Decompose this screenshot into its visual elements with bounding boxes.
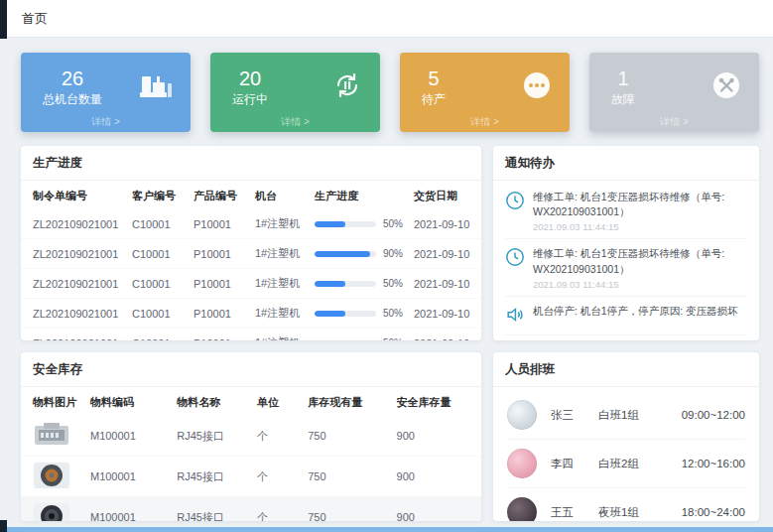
fault-icon	[711, 70, 741, 104]
inventory-row: M100001 RJ45接口 个 750 900	[21, 416, 481, 457]
material-current-stock: 750	[304, 457, 392, 497]
running-icon	[332, 70, 362, 104]
tab-home[interactable]: 首页	[22, 10, 48, 28]
inventory-row: M100001 RJ45接口 个 750 900	[21, 457, 481, 497]
order-no: ZL202109021001	[21, 299, 128, 329]
avatar	[507, 400, 537, 430]
schedule-row: 张三 白班1组 09:00~12:00	[507, 391, 745, 440]
material-current-stock: 750	[304, 497, 392, 522]
progress-percent: 50%	[383, 278, 403, 289]
col-safety-stock: 安全库存量	[393, 387, 481, 416]
person-name: 张三	[551, 408, 584, 423]
col-unit: 单位	[253, 387, 304, 416]
order-no: ZL202109021001	[21, 209, 128, 239]
col-progress: 生产进度	[311, 181, 410, 209]
total-machines-detail-link[interactable]: 详情 >	[21, 115, 191, 129]
card-running-text: 20 运行中	[232, 67, 268, 108]
inventory-table: 物料图片 物料编码 物料名称 单位 库存现有量 安全库存量	[21, 387, 481, 521]
person-time-range: 12:00~16:00	[682, 458, 745, 469]
material-image-speaker	[33, 520, 70, 521]
progress-percent: 50%	[383, 308, 403, 319]
customer-no: C10001	[128, 239, 190, 269]
inventory-header-row: 物料图片 物料编码 物料名称 单位 库存现有量 安全库存量	[21, 387, 481, 416]
progress-percent: 90%	[383, 248, 403, 259]
person-shift: 白班1组	[598, 408, 662, 423]
machine: 1#注塑机	[251, 209, 311, 239]
safety-stock-panel-title: 安全库存	[21, 352, 481, 387]
order-no: ZL202109021001	[21, 269, 128, 299]
production-header-row: 制令单编号 客户编号 产品编号 机台 生产进度 交货日期	[21, 181, 481, 209]
machine: 1#注塑机	[251, 299, 311, 329]
notification-body: 维修工单: 机台1变压器损坏待维修（单号: WX202109031001） 20…	[533, 190, 747, 232]
order-no: ZL202109021001	[21, 329, 128, 341]
col-delivery-date: 交货日期	[410, 181, 481, 209]
dashboard-app: 首页 26 总机台数量	[0, 0, 773, 532]
notification-item[interactable]: 计划暂停: 机台1生产计划已暂停 2021.09.03 11:44:15	[505, 335, 747, 340]
panel-notifications: 通知待办 维修工单: 机台1变压器损坏待维修（单号: WX20210903100…	[493, 146, 759, 340]
panels-grid: 生产进度 制令单编号 客户编号 产品编号 机台 生产进度 交货日期	[21, 146, 759, 521]
card-total-machines: 26 总机台数量 详情 >	[21, 53, 191, 132]
person-time-range: 18:00~24:00	[682, 506, 745, 518]
production-row: ZL202109021001 C10001 P10001 1#注塑机 90% 2…	[21, 239, 481, 269]
delivery-date: 2021-09-10	[410, 269, 481, 299]
col-material-image: 物料图片	[21, 387, 86, 416]
running-detail-link[interactable]: 详情 >	[210, 115, 380, 129]
person-name: 李四	[551, 457, 584, 471]
schedule-row: 王五 夜班1组 18:00~24:00	[507, 488, 745, 521]
progress-percent: 50%	[383, 337, 403, 340]
production-row: ZL202109021001 C10001 P10001 1#注塑机 50% 2…	[21, 209, 481, 239]
progress-bar	[315, 311, 345, 317]
fault-detail-link[interactable]: 详情 >	[589, 115, 759, 129]
bottom-edge-strip	[0, 527, 773, 532]
person-name: 王五	[551, 505, 584, 520]
schedule-row: 李四 白班2组 12:00~16:00	[507, 440, 745, 488]
col-order-no: 制令单编号	[21, 181, 128, 209]
material-name: RJ45接口	[173, 416, 253, 457]
material-safety-stock: 900	[393, 457, 481, 497]
delivery-date: 2021-09-10	[410, 329, 481, 341]
notification-item[interactable]: 机台停产: 机台1停产，停产原因: 变压器损坏	[505, 297, 747, 335]
progress-bar	[315, 221, 345, 227]
delivery-date: 2021-09-10	[410, 209, 481, 239]
notification-item[interactable]: 维修工单: 机台1变压器损坏待维修（单号: WX202109031001） 20…	[505, 183, 747, 239]
fault-value: 1	[617, 67, 628, 89]
card-pending: 5 待产 详情 >	[400, 53, 570, 132]
clock-icon	[505, 190, 525, 232]
production-table: 制令单编号 客户编号 产品编号 机台 生产进度 交货日期 ZL202109021…	[21, 181, 481, 340]
material-code: M100001	[86, 497, 173, 522]
product-no: P10001	[190, 329, 251, 341]
progress-cell: 90%	[311, 239, 410, 269]
notifications-panel-title: 通知待办	[493, 146, 759, 181]
panel-safety-stock: 安全库存 物料图片 物料编码 物料名称 单位 库存现有量 安全库存量	[21, 352, 481, 521]
person-shift: 白班2组	[598, 457, 662, 471]
person-shift: 夜班1组	[598, 505, 662, 520]
material-image-rj45	[33, 439, 70, 451]
delivery-date: 2021-09-10	[410, 299, 481, 329]
material-safety-stock: 900	[393, 497, 481, 522]
progress-track	[315, 221, 376, 227]
customer-no: C10001	[128, 329, 190, 341]
order-no: ZL202109021001	[21, 239, 128, 269]
avatar	[507, 497, 537, 521]
notification-item[interactable]: 维修工单: 机台1变压器损坏待维修（单号: WX202109031001） 20…	[505, 239, 747, 296]
machine: 1#注塑机	[251, 269, 311, 299]
schedule-panel-title: 人员排班	[493, 352, 759, 387]
col-customer-no: 客户编号	[128, 181, 190, 209]
card-fault: 1 故障	[589, 53, 759, 132]
sidebar-edge	[0, 0, 7, 39]
pending-icon	[522, 70, 552, 104]
running-label: 运行中	[232, 91, 268, 108]
running-value: 20	[239, 67, 261, 89]
product-no: P10001	[190, 299, 251, 329]
top-tab-bar: 首页	[7, 0, 773, 38]
material-unit: 个	[253, 497, 304, 522]
notification-text: 维修工单: 机台1变压器损坏待维修（单号: WX202109031001）	[533, 190, 747, 219]
machine-icon	[139, 70, 173, 104]
progress-cell: 50%	[311, 269, 410, 299]
customer-no: C10001	[128, 299, 190, 329]
progress-track	[315, 311, 376, 317]
pending-detail-link[interactable]: 详情 >	[400, 115, 570, 129]
total-machines-label: 总机台数量	[43, 91, 102, 108]
material-safety-stock: 900	[393, 416, 481, 457]
material-code: M100001	[86, 416, 173, 457]
